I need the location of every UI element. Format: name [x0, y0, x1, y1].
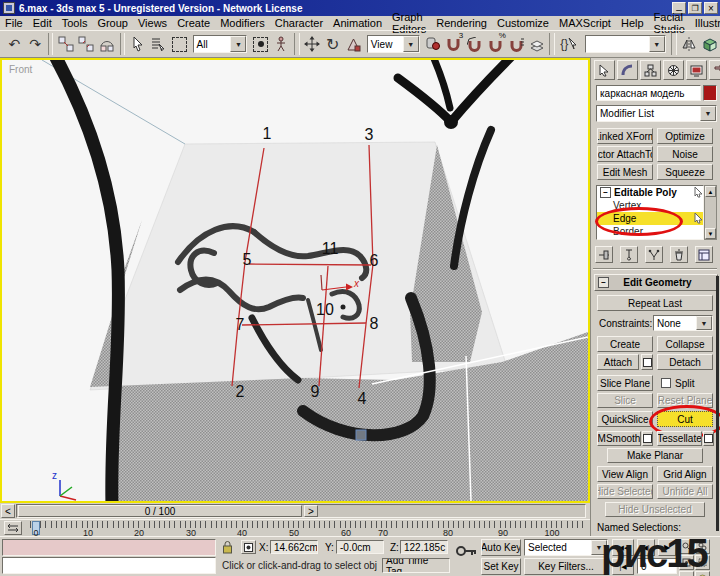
- menu-edit[interactable]: Edit: [28, 17, 57, 29]
- tab-hierarchy[interactable]: [640, 60, 661, 80]
- hide-selected-button[interactable]: Hide Selected: [597, 484, 653, 499]
- y-coordinate-field[interactable]: -0.0cm: [336, 540, 384, 554]
- msmooth-button[interactable]: MSmooth: [597, 431, 641, 446]
- z-coordinate-field[interactable]: 122.185c: [400, 540, 448, 554]
- pin-stack-icon[interactable]: [595, 246, 613, 263]
- dropdown-icon[interactable]: ▼: [696, 316, 712, 330]
- create-button[interactable]: Create: [597, 336, 653, 352]
- menu-illustrate[interactable]: Illustrate!: [690, 17, 720, 29]
- key-filters-button[interactable]: Key Filters...: [524, 558, 608, 575]
- undo-icon[interactable]: ↶: [4, 33, 25, 55]
- dropdown-icon[interactable]: ▼: [700, 106, 716, 121]
- stack-scrollbar[interactable]: ▲ ▼: [704, 185, 717, 240]
- modifier-button-noise[interactable]: Noise: [657, 146, 713, 162]
- dropdown-icon[interactable]: ▼: [230, 36, 246, 52]
- modifier-stack[interactable]: − Editable Poly Vertex Edge Border: [596, 185, 704, 240]
- snap-toggle-3d-icon[interactable]: 3: [444, 33, 465, 55]
- time-slider-thumb[interactable]: 0 / 100: [18, 505, 302, 517]
- add-time-tag[interactable]: Add Time Tag: [382, 558, 450, 573]
- named-selection-sets-icon[interactable]: {}: [557, 33, 582, 55]
- unlink-selection-icon[interactable]: [76, 33, 97, 55]
- remove-modifier-icon[interactable]: [670, 246, 688, 263]
- rollout-edit-geometry[interactable]: − Edit Geometry: [594, 274, 718, 291]
- listener-white-line[interactable]: [2, 557, 216, 574]
- restore-button[interactable]: ❐: [688, 2, 702, 14]
- collapse-button[interactable]: Collapse: [657, 336, 713, 352]
- named-selection-combo[interactable]: ▼: [585, 35, 666, 53]
- set-keys-icon[interactable]: [456, 545, 478, 558]
- attach-settings-button[interactable]: [641, 354, 653, 370]
- dropdown-icon[interactable]: ▼: [649, 36, 665, 52]
- menu-character[interactable]: Character: [270, 17, 328, 29]
- menu-tools[interactable]: Tools: [57, 17, 93, 29]
- bind-to-spacewarp-icon[interactable]: [97, 33, 118, 55]
- viewport-label[interactable]: Front: [9, 64, 32, 75]
- panel-scrollbar[interactable]: [716, 276, 719, 531]
- tab-display[interactable]: [686, 60, 707, 80]
- slice-button[interactable]: Slice: [597, 393, 653, 408]
- set-key-button[interactable]: Set Key: [481, 558, 521, 575]
- reference-coordsys-combo[interactable]: View ▼: [367, 35, 420, 53]
- grid-align-button[interactable]: Grid Align: [657, 466, 713, 482]
- unhide-all-button[interactable]: Unhide All: [657, 484, 713, 499]
- stack-row-vertex[interactable]: Vertex: [597, 199, 703, 212]
- object-name-field[interactable]: каркасная модель: [596, 85, 701, 101]
- stack-row-border[interactable]: Border: [597, 225, 703, 238]
- view-align-button[interactable]: View Align: [597, 466, 653, 482]
- menu-animation[interactable]: Animation: [328, 17, 387, 29]
- detach-button[interactable]: Detach: [657, 354, 713, 370]
- menu-maxscript[interactable]: MAXScript: [554, 17, 616, 29]
- time-slider-next-button[interactable]: >: [304, 505, 318, 517]
- percent-snap-icon[interactable]: %: [485, 33, 506, 55]
- menu-help[interactable]: Help: [616, 17, 649, 29]
- select-and-rotate-icon[interactable]: ↻: [322, 33, 343, 55]
- show-end-result-icon[interactable]: [620, 246, 638, 263]
- keyboard-override-icon[interactable]: [527, 33, 548, 55]
- modifier-button-optimize[interactable]: Optimize: [657, 128, 713, 144]
- track-bar[interactable]: 0 10 20 30 40 50 60 70 80 90 100: [0, 519, 590, 537]
- menu-modifiers[interactable]: Modifiers: [215, 17, 270, 29]
- redo-icon[interactable]: ↷: [25, 33, 46, 55]
- modifier-list-combo[interactable]: Modifier List ▼: [596, 105, 717, 122]
- menu-views[interactable]: Views: [133, 17, 172, 29]
- use-pivot-center-icon[interactable]: [423, 33, 444, 55]
- angle-snap-icon[interactable]: [464, 33, 485, 55]
- modifier-button-reactor-attach[interactable]: actor AttachTol: [597, 146, 653, 162]
- tab-modify[interactable]: [617, 60, 638, 80]
- msmooth-settings-button[interactable]: [642, 431, 653, 446]
- select-and-scale-icon[interactable]: [343, 33, 364, 55]
- stack-row-editable-poly[interactable]: − Editable Poly: [597, 186, 703, 199]
- reset-plane-button[interactable]: Reset Plane: [657, 393, 713, 408]
- scroll-down-button[interactable]: ▼: [705, 228, 716, 239]
- split-checkbox[interactable]: [661, 378, 671, 388]
- tessellate-settings-button[interactable]: [703, 431, 714, 446]
- scroll-up-button[interactable]: ▲: [705, 186, 716, 197]
- title-bar[interactable]: 6.max - 3ds max 5 - Unregistered Version…: [0, 0, 720, 16]
- select-object-icon[interactable]: [127, 33, 148, 55]
- quickslice-button[interactable]: QuickSlice: [597, 411, 653, 427]
- window-crossing-icon[interactable]: [250, 33, 271, 55]
- make-unique-icon[interactable]: [645, 246, 663, 263]
- slice-plane-button[interactable]: Slice Plane: [597, 375, 653, 391]
- rect-selection-region-icon[interactable]: [169, 33, 190, 55]
- open-mini-curve-editor-button[interactable]: [4, 521, 22, 535]
- maxscript-mini-listener[interactable]: [2, 539, 216, 556]
- rollout-collapse-icon[interactable]: −: [598, 277, 609, 288]
- tab-motion[interactable]: [663, 60, 684, 80]
- absolute-offset-toggle[interactable]: [241, 540, 256, 554]
- close-button[interactable]: ×: [704, 2, 718, 14]
- select-and-move-icon[interactable]: [302, 33, 323, 55]
- x-coordinate-field[interactable]: 14.662cm: [270, 540, 318, 554]
- mirror-icon[interactable]: [679, 33, 700, 55]
- select-by-name-icon[interactable]: [148, 33, 169, 55]
- configure-modifier-sets-icon[interactable]: [695, 246, 713, 263]
- select-and-link-icon[interactable]: [55, 33, 76, 55]
- modifier-button-edit-mesh[interactable]: Edit Mesh: [597, 164, 653, 180]
- tab-utilities[interactable]: [709, 60, 720, 80]
- collapse-box-icon[interactable]: −: [600, 187, 611, 198]
- spinner-snap-icon[interactable]: [506, 33, 527, 55]
- modifier-button-linked-xform[interactable]: Linked XForm: [597, 128, 653, 144]
- menu-create[interactable]: Create: [172, 17, 215, 29]
- menu-rendering[interactable]: Rendering: [431, 17, 492, 29]
- make-planar-button[interactable]: Make Planar: [607, 448, 703, 463]
